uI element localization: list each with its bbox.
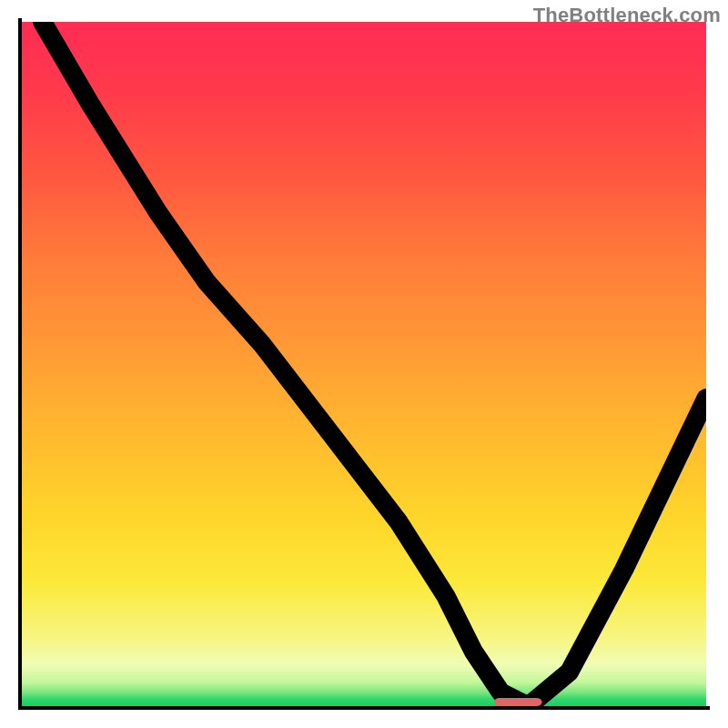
curve-svg	[22, 22, 706, 706]
chart-container: TheBottleneck.com	[0, 0, 728, 728]
plot-area	[18, 18, 710, 710]
optimal-marker	[494, 698, 542, 706]
bottleneck-curve	[43, 22, 706, 706]
